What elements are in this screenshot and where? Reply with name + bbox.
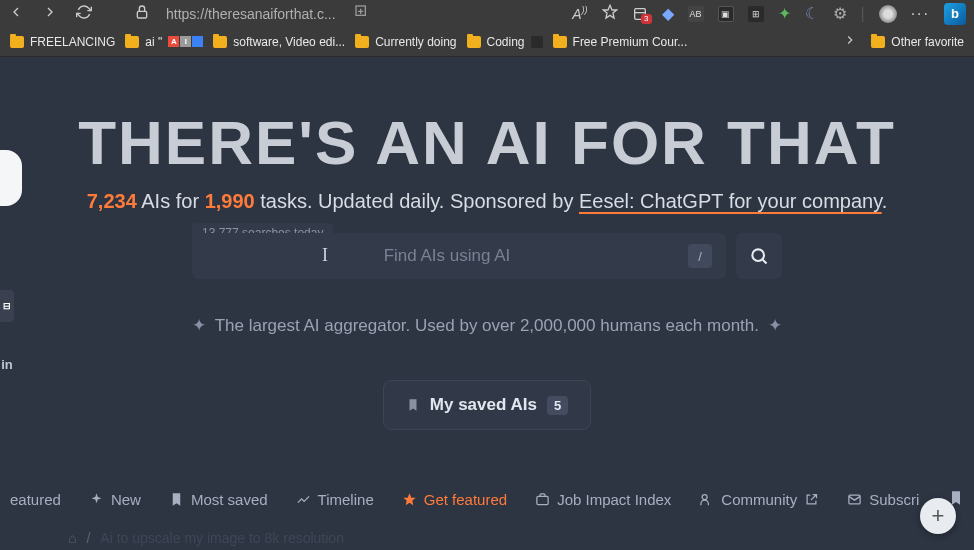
sparkle-icon: ✦	[768, 316, 782, 335]
bookmark-premium[interactable]: Free Premium Cour...	[553, 35, 688, 49]
nav-subscribe[interactable]: Subscri	[847, 491, 919, 508]
bookmark-software[interactable]: software, Video edi...	[213, 35, 345, 49]
svg-point-7	[702, 495, 707, 500]
refresh-icon[interactable]	[76, 4, 92, 24]
bookmark-icon	[169, 492, 184, 507]
badge-count: 3	[641, 14, 651, 24]
page-title: THERE'S AN AI FOR THAT	[0, 107, 974, 178]
bookmark-other-favorites[interactable]: Other favorite	[871, 35, 964, 49]
slash-key-hint: /	[688, 244, 712, 268]
nav-get-featured[interactable]: Get featured	[402, 491, 507, 508]
trend-icon	[296, 492, 311, 507]
bing-icon[interactable]: b	[944, 3, 966, 25]
external-link-icon	[804, 492, 819, 507]
folder-icon	[125, 36, 139, 48]
saved-label: My saved AIs	[430, 395, 537, 415]
folder-icon	[553, 36, 567, 48]
bookmarks-bar: FREELANCING ai " A I software, Video edi…	[0, 27, 974, 57]
ext-icon-3[interactable]: ⚙	[833, 4, 847, 23]
page-content: THERE'S AN AI FOR THAT 7,234 AIs for 1,9…	[0, 57, 974, 430]
svg-rect-0	[137, 11, 146, 18]
coding-favicon	[531, 36, 543, 48]
back-icon[interactable]	[8, 4, 24, 24]
sponsor-link[interactable]: Eesel: ChatGPT for your company	[579, 190, 882, 212]
search-box[interactable]: I /	[192, 233, 726, 279]
bookmark-icon	[406, 397, 420, 413]
nav-timeline[interactable]: Timeline	[296, 491, 374, 508]
diamond-icon[interactable]: ◆	[662, 4, 674, 23]
nav-job-impact[interactable]: Job Impact Index	[535, 491, 671, 508]
add-fab-button[interactable]: +	[920, 498, 956, 534]
profile-avatar[interactable]	[879, 5, 897, 23]
bookmark-freelancing[interactable]: FREELANCING	[10, 35, 115, 49]
svg-line-5	[763, 260, 767, 264]
saved-count: 5	[547, 396, 568, 415]
bottom-nav: eatured New Most saved Timeline Get feat…	[0, 489, 974, 510]
saved-ais-button[interactable]: My saved AIs 5	[383, 380, 591, 430]
folder-icon	[10, 36, 24, 48]
subtitle: 7,234 AIs for 1,990 tasks. Updated daily…	[0, 190, 974, 213]
lock-icon	[134, 4, 150, 24]
nav-community[interactable]: Community	[699, 491, 819, 508]
bookmark-coding[interactable]: Coding	[467, 35, 543, 49]
tab-action-icon[interactable]	[354, 4, 370, 24]
forward-icon[interactable]	[42, 4, 58, 24]
bookmark-ai[interactable]: ai " A I	[125, 35, 203, 49]
bookmarks-overflow-icon[interactable]	[843, 33, 857, 51]
star-icon	[402, 492, 417, 507]
search-input[interactable]	[206, 246, 688, 266]
nav-featured-partial[interactable]: eatured	[10, 491, 61, 508]
divider: |	[861, 5, 865, 23]
folder-icon	[213, 36, 227, 48]
folder-icon	[871, 36, 885, 48]
more-icon[interactable]: ···	[911, 5, 930, 23]
nav-most-saved[interactable]: Most saved	[169, 491, 268, 508]
read-aloud-icon[interactable]: A))	[572, 5, 587, 22]
crumb-text[interactable]: Ai to upscale my image to 8k resolution	[100, 530, 344, 546]
folder-icon	[355, 36, 369, 48]
bottom-breadcrumb: ⌂ / Ai to upscale my image to 8k resolut…	[68, 530, 344, 546]
letter-bar-icon	[192, 36, 203, 47]
bookmark-currently[interactable]: Currently doing	[355, 35, 456, 49]
search-area: 13,777 searches today I /	[192, 233, 782, 279]
briefcase-icon	[535, 492, 550, 507]
home-icon[interactable]: ⌂	[68, 530, 76, 546]
nav-new[interactable]: New	[89, 491, 141, 508]
letter-i-icon: I	[180, 36, 191, 47]
moon-icon[interactable]: ☾	[805, 4, 819, 23]
mail-icon	[847, 492, 862, 507]
favorite-icon[interactable]	[602, 4, 618, 24]
svg-point-4	[752, 249, 764, 261]
task-count: 1,990	[205, 190, 255, 212]
ext-icon-2[interactable]: ⊞	[748, 6, 764, 22]
search-button[interactable]	[736, 233, 782, 279]
puzzle-icon[interactable]: ✦	[778, 4, 791, 23]
text-cursor-icon: I	[322, 245, 328, 265]
sparkle-icon: ✦	[192, 316, 206, 335]
search-icon	[749, 246, 769, 266]
sparkle-icon	[89, 492, 104, 507]
url-text[interactable]: https://theresanaiforthat.c...	[166, 6, 336, 22]
svg-rect-6	[537, 496, 548, 504]
ab-ext-icon[interactable]: AB	[688, 6, 704, 22]
folder-icon	[467, 36, 481, 48]
ext-icon-1[interactable]: ▣	[718, 6, 734, 22]
users-icon	[699, 492, 714, 507]
letter-a-icon: A	[168, 36, 179, 47]
ai-count: 7,234	[87, 190, 137, 212]
tagline: ✦ The largest AI aggregator. Used by ove…	[0, 315, 974, 336]
collections-icon[interactable]: 3	[632, 6, 648, 22]
browser-toolbar: https://theresanaiforthat.c... A)) 3 ◆ A…	[0, 0, 974, 27]
